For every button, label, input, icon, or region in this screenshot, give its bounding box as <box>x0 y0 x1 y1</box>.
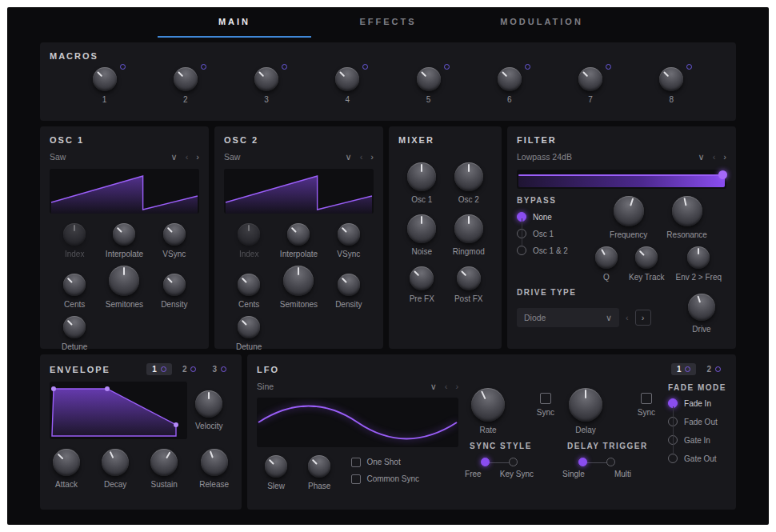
knob[interactable] <box>672 196 702 226</box>
filter-type-select[interactable]: Lowpass 24dB ∨ ‹ › <box>517 150 726 163</box>
lfo-tab-1[interactable]: 1 <box>671 363 697 375</box>
osc2-index-knob[interactable]: Index <box>238 223 260 258</box>
knob[interactable] <box>113 223 135 246</box>
lfo-slew-knob[interactable]: Slew <box>265 455 287 490</box>
mixer-ringmod-knob[interactable]: Ringmod <box>453 214 485 256</box>
chevron-right-icon[interactable]: › <box>723 153 726 162</box>
toggle-dot-multi[interactable] <box>606 458 615 466</box>
chevron-right-icon[interactable]: › <box>196 153 199 162</box>
mixer-prefx-knob[interactable]: Pre FX <box>410 266 434 303</box>
macro-knob-3[interactable]: 3 <box>254 67 278 104</box>
knob[interactable] <box>283 266 314 296</box>
lfo-commonsync-checkbox[interactable]: Common Sync <box>351 474 419 484</box>
chevron-left-icon[interactable]: ‹ <box>713 153 716 162</box>
knob[interactable] <box>163 274 186 296</box>
osc1-semitones-knob[interactable]: Semitones <box>106 266 143 309</box>
knob[interactable] <box>102 449 129 476</box>
fade-mode-gate-out[interactable]: Gate Out <box>668 454 726 463</box>
lfo-phase-knob[interactable]: Phase <box>308 455 330 490</box>
lfo-delay-knob[interactable]: Delay <box>569 388 602 434</box>
macro-knob-2[interactable]: 2 <box>174 67 198 104</box>
knob[interactable] <box>498 67 522 91</box>
osc2-semitones-knob[interactable]: Semitones <box>280 266 318 309</box>
knob[interactable] <box>238 274 260 296</box>
envelope-tab-3[interactable]: 3 <box>206 363 232 375</box>
toggle-dot-free[interactable] <box>481 458 490 466</box>
chevron-right-icon[interactable]: › <box>455 382 458 391</box>
knob[interactable] <box>417 67 441 91</box>
knob[interactable] <box>195 390 222 418</box>
lfo-rate-knob[interactable]: Rate <box>471 388 505 434</box>
filter-frequency-knob[interactable]: Frequency <box>610 196 647 239</box>
knob[interactable] <box>238 316 260 338</box>
mixer-noise-knob[interactable]: Noise <box>407 214 436 256</box>
knob[interactable] <box>308 455 330 478</box>
chevron-right-icon[interactable]: › <box>370 153 374 162</box>
knob[interactable] <box>338 223 360 246</box>
bypass-option-osc1[interactable]: Osc 1 <box>517 229 590 238</box>
osc2-vsync-knob[interactable]: VSync <box>337 223 360 258</box>
knob[interactable] <box>254 67 278 91</box>
lfo-delay-sync-checkbox[interactable]: Sync <box>638 388 655 417</box>
knob[interactable] <box>578 67 602 91</box>
osc2-detune-knob[interactable]: Detune <box>236 316 262 351</box>
envelope-release-knob[interactable]: Release <box>199 449 229 489</box>
knob[interactable] <box>407 162 436 191</box>
knob[interactable] <box>53 449 80 476</box>
drive-type-select[interactable]: Diode ∨ <box>517 308 619 327</box>
filter-keytrack-knob[interactable]: Key Track <box>629 246 664 282</box>
bypass-option-none[interactable]: None <box>517 212 590 222</box>
envelope-tab-1[interactable]: 1 <box>146 363 172 375</box>
osc1-index-knob[interactable]: Index <box>63 223 86 258</box>
macro-knob-5[interactable]: 5 <box>417 67 441 104</box>
toggle-dot-keysync[interactable] <box>509 458 518 466</box>
knob[interactable] <box>407 214 436 243</box>
knob[interactable] <box>265 455 287 478</box>
knob[interactable] <box>687 246 710 269</box>
knob[interactable] <box>109 266 139 296</box>
macro-knob-7[interactable]: 7 <box>578 67 602 104</box>
osc2-interpolate-knob[interactable]: Interpolate <box>280 223 318 258</box>
knob[interactable] <box>63 274 86 296</box>
osc1-interpolate-knob[interactable]: Interpolate <box>106 223 143 258</box>
lfo-wave-select[interactable]: Sine ∨ ‹ › <box>257 380 458 393</box>
filter-q-knob[interactable]: Q <box>595 246 618 282</box>
knob[interactable] <box>569 388 602 422</box>
filter-drive-knob[interactable]: Drive <box>688 294 715 334</box>
knob[interactable] <box>174 67 198 91</box>
bypass-option-osc1and2[interactable]: Osc 1 & 2 <box>517 246 590 255</box>
osc1-cents-knob[interactable]: Cents <box>63 274 86 309</box>
knob[interactable] <box>335 67 359 91</box>
knob[interactable] <box>287 223 310 246</box>
knob[interactable] <box>63 316 86 338</box>
envelope-tab-2[interactable]: 2 <box>177 363 202 375</box>
chevron-right-icon[interactable]: › <box>635 310 651 326</box>
envelope-decay-knob[interactable]: Decay <box>102 449 129 489</box>
mixer-postfx-knob[interactable]: Post FX <box>454 266 483 303</box>
envelope-velocity-knob[interactable]: Velocity <box>195 390 222 430</box>
macro-knob-1[interactable]: 1 <box>93 67 117 104</box>
delay-trigger-toggle[interactable]: SingleMulti <box>567 458 657 478</box>
filter-env2freq-knob[interactable]: Env 2 > Freq <box>675 246 722 282</box>
knob[interactable] <box>238 223 260 246</box>
fade-mode-gate-in[interactable]: Gate In <box>668 435 726 445</box>
filter-cutoff-handle[interactable] <box>718 170 727 179</box>
knob[interactable] <box>659 67 683 91</box>
tab-main[interactable]: MAIN <box>158 7 311 38</box>
filter-resonance-knob[interactable]: Resonance <box>666 196 707 239</box>
knob[interactable] <box>93 67 117 91</box>
envelope-display[interactable] <box>50 382 187 439</box>
osc1-vsync-knob[interactable]: VSync <box>162 223 186 258</box>
chevron-left-icon[interactable]: ‹ <box>626 314 629 322</box>
osc1-density-knob[interactable]: Density <box>161 274 187 309</box>
tab-effects[interactable]: EFFECTS <box>311 7 465 38</box>
osc2-cents-knob[interactable]: Cents <box>238 274 260 309</box>
knob[interactable] <box>471 388 505 422</box>
toggle-dot-single[interactable] <box>578 458 587 466</box>
chevron-left-icon[interactable]: ‹ <box>360 153 363 162</box>
knob[interactable] <box>454 162 483 191</box>
osc2-density-knob[interactable]: Density <box>335 274 362 309</box>
lfo-rate-sync-checkbox[interactable]: Sync <box>537 388 554 417</box>
knob[interactable] <box>688 294 715 321</box>
osc1-detune-knob[interactable]: Detune <box>62 316 87 351</box>
